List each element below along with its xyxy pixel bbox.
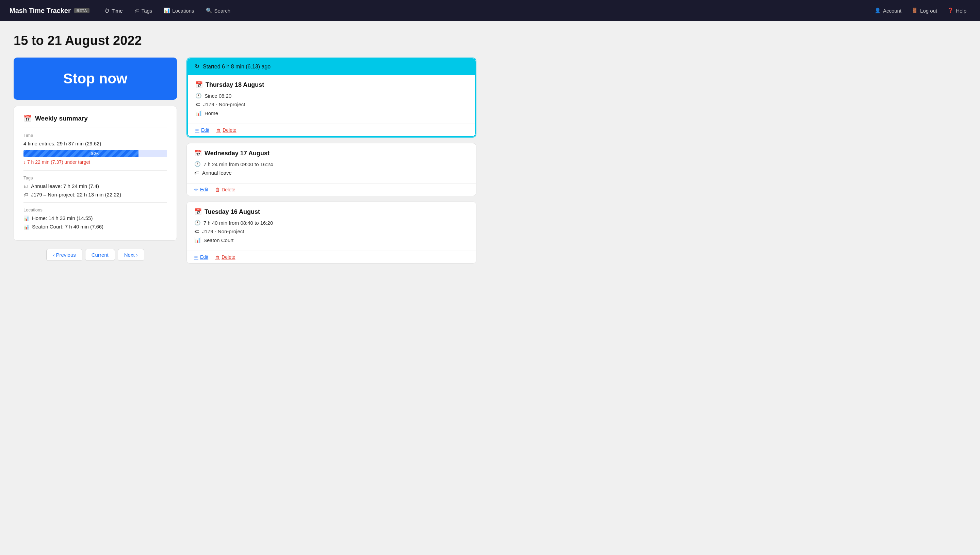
stop-now-button[interactable]: Stop now <box>14 58 177 100</box>
tag-icon-tue: 🏷 <box>194 228 200 234</box>
trash-icon-thu: 🗑 <box>216 127 221 133</box>
location-icon-tue: 📊 <box>194 237 201 243</box>
edit-icon-wed: ✏ <box>194 187 198 192</box>
entry-actions-thu18: ✏ Edit 🗑 Delete <box>188 124 475 136</box>
progress-label: 80% <box>91 151 99 156</box>
time-section-label: Time <box>24 133 167 138</box>
tag-icon-0: 🏷 <box>24 183 28 189</box>
calendar-icon-thu: 📅 <box>195 81 203 88</box>
weekly-summary-header: 📅 Weekly summary <box>24 114 167 127</box>
entry-time-thu18: 🕐 Since 08:20 <box>195 93 468 99</box>
chevron-left-icon: ‹ <box>53 252 54 258</box>
delete-button-wed17[interactable]: 🗑 Delete <box>215 187 235 192</box>
calendar-icon-tue: 📅 <box>194 208 202 215</box>
clock-icon-thu: 🕐 <box>195 93 202 99</box>
tag-item-1: 🏷 J179 – Non-project: 22 h 13 min (22.22… <box>24 192 167 197</box>
clock-icon-wed: 🕐 <box>194 161 201 167</box>
entry-time-tue16: 🕐 7 h 40 min from 08:40 to 16:20 <box>194 220 468 226</box>
previous-button[interactable]: ‹ Previous <box>46 249 82 261</box>
clock-icon: ⏱ <box>104 8 110 14</box>
edit-button-tue16[interactable]: ✏ Edit <box>194 254 208 260</box>
app-title: Mash Time Tracker <box>10 7 71 14</box>
entry-date-wed17: 📅 Wednesday 17 August <box>194 149 468 157</box>
tag-item-0: 🏷 Annual leave: 7 h 24 min (7.4) <box>24 183 167 189</box>
location-icon-0: 📊 <box>24 215 29 221</box>
active-timer-header: ↻ Started 6 h 8 min (6.13) ago <box>187 58 476 75</box>
nav-link-tags[interactable]: 🏷 Tags <box>129 6 157 16</box>
nav-account[interactable]: 👤 Account <box>870 5 905 16</box>
next-button[interactable]: Next › <box>118 249 144 261</box>
tag-icon-1: 🏷 <box>24 192 28 197</box>
spinning-icon: ↻ <box>195 63 200 70</box>
entry-location-tue16: 📊 Seaton Court <box>194 237 468 243</box>
time-entries-value: 4 time entries: 29 h 37 min (29.62) <box>24 141 167 146</box>
under-target-text: ↓ 7 h 22 min (7.37) under target <box>24 159 167 165</box>
logout-icon: 🚪 <box>911 8 918 14</box>
entry-tag-tue16: 🏷 J179 - Non-project <box>194 228 468 234</box>
time-entry-card-active: 📅 Thursday 18 August 🕐 Since 08:20 🏷 J17… <box>187 75 476 137</box>
chevron-right-icon: › <box>136 252 138 258</box>
entry-tag-thu18: 🏷 J179 - Non-project <box>195 101 468 107</box>
progress-bar-fill <box>24 150 139 157</box>
beta-badge: BETA <box>74 8 90 13</box>
locations-icon: 📊 <box>164 8 170 14</box>
calendar-icon-wed: 📅 <box>194 149 202 157</box>
location-icon-1: 📊 <box>24 224 29 229</box>
entry-location-thu18: 📊 Home <box>195 110 468 116</box>
location-item-1: 📊 Seaton Court: 7 h 40 min (7.66) <box>24 224 167 229</box>
brand: Mash Time Tracker BETA <box>10 7 90 14</box>
trash-icon-tue: 🗑 <box>215 254 220 260</box>
entry-actions-wed17: ✏ Edit 🗑 Delete <box>187 183 476 196</box>
tag-icon-wed: 🏷 <box>194 170 200 176</box>
location-item-0: 📊 Home: 14 h 33 min (14.55) <box>24 215 167 221</box>
nav-link-locations[interactable]: 📊 Locations <box>159 5 199 16</box>
entry-time-wed17: 🕐 7 h 24 min from 09:00 to 16:24 <box>194 161 468 167</box>
weekly-summary-card: 📅 Weekly summary Time 4 time entries: 29… <box>14 106 177 241</box>
entry-body-wed17: 📅 Wednesday 17 August 🕐 7 h 24 min from … <box>187 143 476 183</box>
help-icon: ❓ <box>947 8 954 14</box>
account-icon: 👤 <box>874 8 881 14</box>
time-entry-card-tue16: 📅 Tuesday 16 August 🕐 7 h 40 min from 08… <box>187 202 476 263</box>
search-icon: 🔍 <box>206 8 212 14</box>
left-column: Stop now 📅 Weekly summary Time 4 time en… <box>14 58 177 261</box>
edit-button-thu18[interactable]: ✏ Edit <box>195 127 209 133</box>
calendar-icon: 📅 <box>24 114 32 122</box>
nav-logout[interactable]: 🚪 Log out <box>908 5 941 16</box>
active-entry-wrapper: ↻ Started 6 h 8 min (6.13) ago 📅 Thursda… <box>187 58 476 138</box>
entry-body-thu18: 📅 Thursday 18 August 🕐 Since 08:20 🏷 J17… <box>188 75 475 124</box>
clock-icon-tue: 🕐 <box>194 220 201 226</box>
nav-link-search[interactable]: 🔍 Search <box>201 5 235 16</box>
progress-bar: 80% <box>24 150 167 157</box>
navbar: Mash Time Tracker BETA ⏱ Time 🏷 Tags 📊 L… <box>0 0 980 21</box>
edit-button-wed17[interactable]: ✏ Edit <box>194 187 208 192</box>
main-layout: Stop now 📅 Weekly summary Time 4 time en… <box>14 58 476 263</box>
locations-section-label: Locations <box>24 207 167 212</box>
entry-date-thu18: 📅 Thursday 18 August <box>195 81 468 88</box>
tag-icon: 🏷 <box>134 8 139 14</box>
right-column: ↻ Started 6 h 8 min (6.13) ago 📅 Thursda… <box>187 58 476 263</box>
delete-button-thu18[interactable]: 🗑 Delete <box>216 127 236 133</box>
entry-actions-tue16: ✏ Edit 🗑 Delete <box>187 250 476 263</box>
location-icon-thu: 📊 <box>195 110 202 116</box>
nav-right: 👤 Account 🚪 Log out ❓ Help <box>870 5 970 16</box>
time-entry-card-wed17: 📅 Wednesday 17 August 🕐 7 h 24 min from … <box>187 143 476 196</box>
edit-icon-thu: ✏ <box>195 127 200 133</box>
tags-section-label: Tags <box>24 175 167 180</box>
edit-icon-tue: ✏ <box>194 254 198 260</box>
entry-tag-wed17: 🏷 Annual leave <box>194 170 468 176</box>
trash-icon-wed: 🗑 <box>215 187 220 192</box>
nav-help[interactable]: ❓ Help <box>943 5 970 16</box>
entry-body-tue16: 📅 Tuesday 16 August 🕐 7 h 40 min from 08… <box>187 202 476 250</box>
page-title: 15 to 21 August 2022 <box>14 34 476 48</box>
tag-icon-thu: 🏷 <box>195 101 200 107</box>
nav-links: ⏱ Time 🏷 Tags 📊 Locations 🔍 Search <box>100 5 870 16</box>
current-button[interactable]: Current <box>85 249 115 261</box>
delete-button-tue16[interactable]: 🗑 Delete <box>215 254 235 260</box>
nav-link-time[interactable]: ⏱ Time <box>100 6 128 16</box>
entry-date-tue16: 📅 Tuesday 16 August <box>194 208 468 215</box>
pagination: ‹ Previous Current Next › <box>14 249 177 261</box>
